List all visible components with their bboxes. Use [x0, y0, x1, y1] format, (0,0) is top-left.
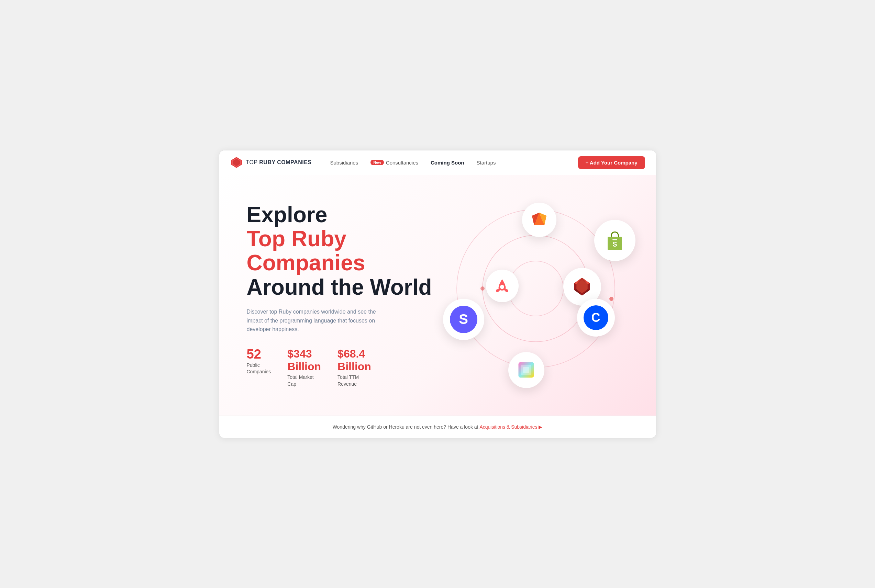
- company-coinbase: C: [577, 299, 615, 337]
- logo-icon: [230, 156, 243, 169]
- logo-text: TOP RUBY COMPANIES: [246, 159, 312, 165]
- page-wrapper: TOP RUBY COMPANIES Subsidiaries New Cons…: [219, 150, 656, 438]
- stats-row: 52 PublicCompanies $343Billion Total Mar…: [247, 348, 446, 388]
- hero-diagram: S: [429, 192, 642, 398]
- stat-public-companies: 52 PublicCompanies: [247, 348, 271, 388]
- stat-number-2: $343Billion: [287, 348, 321, 373]
- company-abstract: [508, 352, 544, 388]
- hero-content: Explore Top Ruby Companies Around the Wo…: [247, 202, 446, 388]
- svg-point-7: [480, 286, 484, 291]
- hero-description: Discover top Ruby companies worldwide an…: [247, 308, 391, 334]
- stat-ttm-revenue: $68.4Billion Total TTMRevenue: [337, 348, 371, 388]
- svg-point-26: [500, 285, 504, 289]
- footer-note: Wondering why GitHub or Heroku are not e…: [219, 416, 656, 438]
- nav-startups[interactable]: Startups: [472, 158, 501, 168]
- stat-label-3: Total TTMRevenue: [337, 374, 371, 387]
- company-stripe: S: [443, 299, 484, 340]
- new-badge: New: [370, 160, 384, 165]
- add-company-button[interactable]: + Add Your Company: [578, 156, 645, 169]
- hero-section: Explore Top Ruby Companies Around the Wo…: [219, 175, 656, 416]
- nav-coming-soon[interactable]: Coming Soon: [426, 158, 469, 168]
- svg-point-8: [609, 297, 613, 301]
- stat-label-1: PublicCompanies: [247, 362, 271, 375]
- nav-links: Subsidiaries New Consultancies Coming So…: [325, 158, 578, 168]
- stat-market-cap: $343Billion Total MarketCap: [287, 348, 321, 388]
- svg-text:S: S: [612, 240, 617, 248]
- acquisitions-link[interactable]: Acquisitions & Subsidiaries ▶: [480, 424, 542, 430]
- stat-number-3: $68.4Billion: [337, 348, 371, 373]
- company-shopify: S: [594, 220, 636, 261]
- company-gitlab: [522, 202, 556, 237]
- company-airbnb: [486, 270, 519, 302]
- navbar: TOP RUBY COMPANIES Subsidiaries New Cons…: [219, 150, 656, 175]
- hero-title: Explore Top Ruby Companies Around the Wo…: [247, 202, 446, 300]
- logo[interactable]: TOP RUBY COMPANIES: [230, 156, 312, 169]
- nav-subsidiaries[interactable]: Subsidiaries: [325, 158, 363, 168]
- stat-number-1: 52: [247, 348, 271, 361]
- stat-label-2: Total MarketCap: [287, 374, 321, 387]
- svg-rect-29: [523, 367, 529, 373]
- nav-consultancies[interactable]: New Consultancies: [366, 158, 423, 168]
